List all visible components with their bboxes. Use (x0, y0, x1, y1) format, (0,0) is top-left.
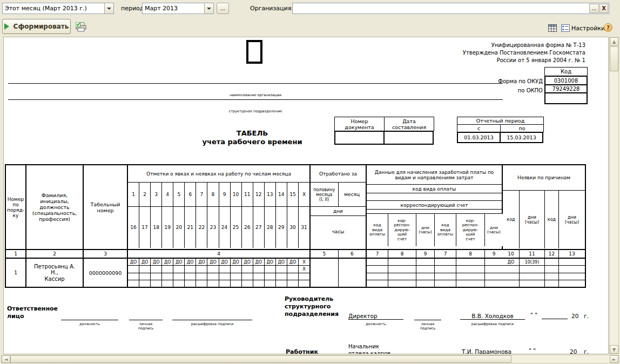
pay-group-title: Данные для начисления заработной платы п… (367, 165, 502, 185)
chevron-down-icon[interactable] (204, 3, 213, 14)
day-mark-cell (151, 266, 161, 272)
num-cell: 8 (456, 250, 484, 258)
period-preset-combo[interactable]: Этот месяц (Март 2013 г.) (2, 3, 114, 14)
pay-cell (416, 280, 434, 287)
absence-cell (503, 280, 519, 287)
num-cell: 13 (559, 250, 585, 258)
generate-button[interactable]: Сформировать (2, 19, 71, 34)
chevron-down-icon[interactable] (104, 3, 113, 14)
day-header-cell: 17 (139, 207, 150, 248)
day-mark-cell (196, 280, 207, 287)
organization-clear-button[interactable]: X (599, 4, 608, 13)
day-header-cell: 19 (162, 207, 173, 248)
scroll-left-button[interactable]: ◄ (2, 355, 10, 363)
day-header-cell: 21 (185, 207, 196, 248)
pay-sub-header-cell: кор- респон- дирую- щий счет (456, 214, 484, 246)
day-mark-cell: ДО (139, 259, 150, 265)
table-view-button[interactable] (548, 24, 557, 32)
absence-cell (545, 280, 558, 287)
pay-cell (388, 266, 416, 272)
day-mark-cell: X (299, 266, 309, 272)
horizontal-scroll-thumb[interactable] (10, 355, 511, 363)
scroll-down-button[interactable]: ▼ (610, 345, 618, 354)
days-bottom-row: 16171819202122232425262728293031 (128, 207, 309, 248)
organization-name-caption: наименование организации (201, 93, 309, 97)
generate-label: Сформировать (14, 23, 69, 30)
num-cell: 10 (503, 250, 519, 258)
pay-cell (456, 266, 484, 272)
worked-group-header: Отработано за половину месяца (I, II) ме… (311, 165, 367, 249)
period-more-button[interactable]: ... (217, 3, 229, 14)
scroll-right-button[interactable]: ► (610, 355, 618, 363)
form-subtitle: учета рабочего времени (139, 138, 366, 146)
date-quotes: " " (529, 347, 536, 354)
day-header-cell: 27 (253, 207, 264, 248)
num-cell: 9 (485, 250, 503, 258)
print-button[interactable] (75, 22, 88, 32)
row-absence-cells: ДО10(39) (503, 259, 585, 287)
day-mark-cell (253, 280, 264, 287)
missing-glyph-box (246, 40, 262, 64)
day-mark-cell: ДО (242, 259, 253, 265)
pay-cell (485, 280, 503, 287)
pay-code-row: код вида оплаты (367, 185, 502, 193)
day-mark-cell (276, 273, 287, 280)
settings-button[interactable] (561, 24, 570, 32)
pay-empty-row-1 (367, 193, 502, 201)
pay-cell (456, 273, 484, 280)
code-caption: Код (544, 67, 588, 76)
report-sheet: Унифицированная форма № Т-13 Утверждена … (3, 37, 609, 354)
period-preset-value: Этот месяц (Март 2013 г.) (3, 5, 104, 12)
pay-cell (435, 280, 456, 287)
day-mark-cell (185, 273, 196, 280)
organization-select-button[interactable]: ... (589, 4, 599, 13)
department-line (8, 99, 503, 100)
day-mark-cell (253, 266, 264, 272)
pay-cell (388, 273, 416, 280)
days-top-row: 123456789101112131415X (128, 183, 309, 207)
horizontal-scroll-track[interactable] (511, 355, 610, 363)
absence-sub-header-cell: код (503, 191, 519, 248)
organization-field[interactable]: ... X (292, 3, 609, 14)
vertical-scrollbar[interactable]: ▲ ▼ (609, 37, 619, 354)
day-mark-cell: X (299, 259, 309, 265)
num-cell: 8 (388, 250, 416, 258)
day-header-cell: 3 (151, 183, 161, 206)
scroll-up-button[interactable]: ▲ (610, 37, 618, 46)
pay-sub-headers: код вида оплатыкор- респон- дирую- щий с… (367, 214, 502, 246)
code-empty-cell (544, 92, 588, 104)
organization-input[interactable] (293, 3, 589, 14)
year-prefix: 20 (570, 348, 577, 354)
day-header-cell: 28 (265, 207, 275, 248)
num-cell: 11 (520, 250, 544, 258)
pay-cell (367, 259, 388, 265)
day-header-cell: 9 (219, 183, 230, 206)
day-mark-cell: ДО (287, 259, 298, 265)
day-mark-cell (128, 266, 139, 272)
responsible-position-line (61, 313, 118, 320)
num-absence: 10111213 (503, 250, 585, 258)
signature-caption: личная подпись (129, 322, 163, 331)
pay-cell (435, 259, 456, 265)
day-header-cell: 20 (173, 207, 184, 248)
day-mark-cell (253, 273, 264, 280)
period-month-combo[interactable]: Март 2013 (142, 3, 214, 14)
absence-cell (559, 280, 585, 287)
day-header-cell: 13 (265, 183, 275, 206)
head-position-value: Директор (348, 313, 403, 320)
day-mark-cell: ДО (265, 259, 275, 265)
day-mark-cell (219, 266, 230, 272)
pay-cell (485, 259, 503, 265)
position-caption: должность (61, 322, 118, 326)
pay-empty-row-2 (367, 210, 502, 214)
table-header-row: Номер по поряд- ку Фамилия, инициалы, до… (6, 165, 585, 249)
day-mark-cell: ДО (253, 259, 264, 265)
pay-cell (416, 266, 434, 272)
vertical-scroll-thumb[interactable] (610, 46, 618, 71)
settings-label[interactable]: Настройки (571, 25, 605, 32)
help-button[interactable]: ? (604, 23, 612, 32)
day-mark-cell (207, 266, 218, 272)
day-mark-cell (173, 273, 184, 280)
horizontal-scrollbar[interactable]: ◄ ► (1, 355, 619, 363)
printer-icon (76, 22, 87, 32)
